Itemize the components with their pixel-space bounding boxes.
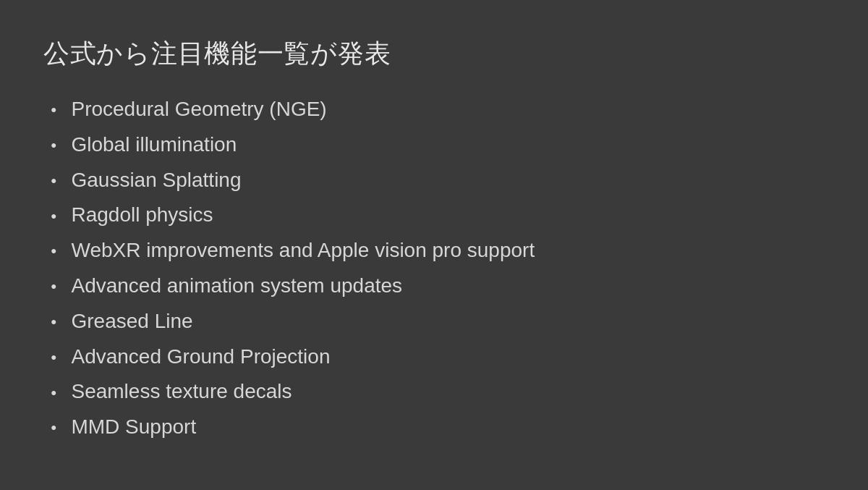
- list-item-label: Gaussian Splatting: [71, 164, 241, 197]
- list-item-label: Seamless texture decals: [71, 376, 292, 408]
- list-item-label: Procedural Geometry (NGE): [71, 93, 326, 126]
- list-item: Seamless texture decals: [43, 376, 825, 408]
- list-item: MMD Support: [43, 411, 825, 444]
- list-item-label: MMD Support: [71, 411, 196, 444]
- list-item-label: WebXR improvements and Apple vision pro …: [71, 235, 535, 267]
- slide-title: 公式から注目機能一覧が発表: [43, 36, 825, 72]
- slide-container: 公式から注目機能一覧が発表 Procedural Geometry (NGE)G…: [0, 0, 868, 490]
- list-item: Ragdoll physics: [43, 199, 825, 232]
- list-item-label: Global illumination: [71, 129, 237, 161]
- feature-list: Procedural Geometry (NGE)Global illumina…: [43, 93, 825, 447]
- list-item: Advanced Ground Projection: [43, 341, 825, 373]
- list-item-label: Greased Line: [71, 305, 192, 338]
- list-item: Global illumination: [43, 129, 825, 161]
- list-item-label: Advanced animation system updates: [71, 270, 402, 303]
- list-item: Gaussian Splatting: [43, 164, 825, 197]
- list-item: WebXR improvements and Apple vision pro …: [43, 235, 825, 267]
- list-item-label: Advanced Ground Projection: [71, 341, 330, 373]
- list-item-label: Ragdoll physics: [71, 199, 213, 232]
- list-item: Greased Line: [43, 305, 825, 338]
- list-item: Procedural Geometry (NGE): [43, 93, 825, 126]
- list-item: Advanced animation system updates: [43, 270, 825, 303]
